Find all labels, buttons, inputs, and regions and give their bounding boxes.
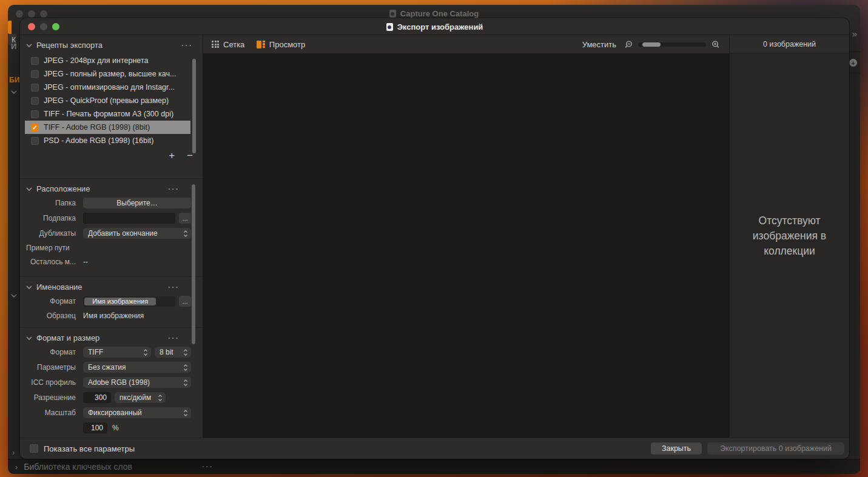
empty-collection-message: Отсутствуют изображения в коллекции	[738, 213, 842, 438]
zoom-out-icon[interactable]	[624, 40, 633, 49]
section-menu-icon[interactable]: ···	[168, 285, 180, 290]
show-all-params-checkbox[interactable]	[30, 444, 38, 453]
section-title: Формат и размер	[36, 333, 99, 342]
zoom-plus-badge-icon: +	[849, 59, 857, 67]
recipe-checkbox-checked[interactable]: ✓	[31, 124, 39, 132]
disclosure-chevron-icon[interactable]	[26, 44, 32, 47]
compression-value: Без сжатия	[88, 363, 126, 372]
bit-depth-select[interactable]: 8 bit	[155, 347, 191, 358]
recipe-row[interactable]: JPEG - полный размер, высшее кач...	[25, 67, 190, 81]
catalog-document-icon	[389, 10, 396, 18]
recipe-row[interactable]: JPEG - QuickProof (превью размер)	[25, 94, 190, 107]
naming-token[interactable]: Имя изображения	[84, 298, 156, 305]
icc-label: ICC профиль	[26, 378, 76, 387]
resolution-label: Разрешение	[26, 393, 76, 402]
resolution-input[interactable]: 300	[83, 392, 111, 403]
desktop: Capture One Catalog И БИ К › » + › Библи…	[0, 0, 868, 477]
settings-scrollbar[interactable]	[192, 184, 195, 344]
recipe-checkbox[interactable]	[31, 57, 39, 65]
chevron-right-icon[interactable]: ›	[15, 462, 18, 472]
disclosure-chevron-icon[interactable]	[26, 187, 32, 191]
space-left-label: Осталось м...	[26, 258, 76, 266]
recipe-row[interactable]: PSD - Adobe RGB (1998) (16bit)	[25, 134, 190, 147]
section-menu-icon[interactable]: ···	[181, 43, 193, 48]
sample-path-label: Пример пути	[26, 244, 70, 252]
chevron-down-icon	[11, 294, 17, 298]
fit-button[interactable]: Уместить	[582, 40, 616, 49]
duplicates-select[interactable]: Добавить окончание	[83, 228, 191, 239]
keyword-library-bar: › Библиотека ключевых слов ···	[8, 459, 860, 474]
recipe-row[interactable]: JPEG - 2048px для интернета	[25, 54, 190, 67]
section-menu-icon[interactable]: ···	[168, 187, 180, 192]
scale-value: Фиксированный	[88, 409, 142, 417]
resolution-unit-select[interactable]: пкс/дюйм	[115, 392, 166, 403]
show-all-params-label: Показать все параметры	[44, 444, 135, 453]
recipe-row[interactable]: JPEG - оптимизировано для Instagr...	[25, 81, 190, 94]
icc-profile-select[interactable]: Adobe RGB (1998)	[83, 377, 191, 388]
keyword-library-label: Библиотека ключевых слов	[24, 462, 132, 472]
divider	[849, 52, 860, 52]
compression-select[interactable]: Без сжатия	[83, 362, 191, 373]
scale-label: Масштаб	[26, 409, 76, 417]
grid-view-label: Сетка	[223, 40, 244, 49]
recipe-checkbox[interactable]	[31, 110, 39, 118]
disclosure-chevron-icon[interactable]	[26, 285, 32, 289]
zoom-in-icon[interactable]	[711, 40, 721, 49]
icc-profile-value: Adobe RGB (1998)	[88, 378, 150, 387]
keyword-library-menu-icon[interactable]: ···	[202, 462, 214, 471]
duplicates-label: Дубликаты	[26, 229, 76, 238]
dialog-title: Экспорт изображений	[20, 22, 849, 32]
percent-label: %	[112, 424, 119, 432]
stepper-icon	[183, 229, 188, 238]
recipe-checkbox[interactable]	[31, 137, 39, 145]
grid-view-button[interactable]: Сетка	[212, 40, 244, 49]
zoom-slider[interactable]	[638, 42, 706, 47]
section-location: Расположение ··· Папка Выберите… Подпапк…	[20, 179, 203, 277]
section-menu-icon[interactable]: ···	[168, 336, 180, 341]
recipe-label: TIFF - Печать форматом A3 (300 dpi)	[44, 110, 173, 118]
add-recipe-button[interactable]: +	[169, 151, 175, 161]
collapse-panel-icon[interactable]: »	[852, 28, 856, 39]
close-dialog-button[interactable]: Закрыть	[651, 442, 702, 455]
section-title: Именование	[36, 282, 82, 292]
export-document-icon	[386, 23, 393, 31]
recipe-label: JPEG - QuickProof (превью размер)	[44, 96, 169, 105]
recipe-list-scrollbar[interactable]	[192, 59, 196, 153]
stepper-icon	[183, 348, 188, 357]
recipe-checkbox[interactable]	[31, 70, 39, 78]
collection-body: Отсутствуют изображения в коллекции	[730, 53, 849, 438]
recipe-label: TIFF - Adobe RGB (1998) (8bit)	[44, 123, 150, 132]
recipe-label: JPEG - 2048px для интернета	[44, 56, 148, 65]
choose-folder-button[interactable]: Выберите…	[83, 198, 191, 208]
section-title: Расположение	[36, 184, 90, 193]
section-naming: Именование ··· Формат Имя изображения ..…	[20, 277, 203, 328]
subfolder-label: Подпапка	[26, 214, 76, 222]
dialog-title-text: Экспорт изображений	[397, 22, 483, 32]
subfolder-input[interactable]	[83, 213, 175, 224]
recipe-row[interactable]: TIFF - Печать форматом A3 (300 dpi)	[25, 107, 190, 121]
scale-select[interactable]: Фиксированный	[83, 407, 191, 418]
preview-view-button[interactable]: Просмотр	[257, 40, 305, 49]
zoom-slider-handle[interactable]	[642, 42, 661, 47]
recipe-checkbox[interactable]	[31, 97, 39, 105]
divider	[849, 73, 860, 73]
export-button-disabled[interactable]: Экспортировать 0 изображений	[707, 442, 844, 455]
scale-percent-input[interactable]: 100	[83, 422, 107, 433]
section-title: Рецепты экспорта	[36, 41, 103, 50]
recipe-checkbox[interactable]	[31, 84, 39, 92]
stepper-icon	[143, 348, 148, 357]
naming-format-field[interactable]: Имя изображения	[83, 296, 175, 307]
format-label: Формат	[26, 348, 76, 356]
naming-token-button[interactable]: ...	[179, 296, 191, 307]
dialog-footer: Показать все параметры Закрыть Экспортир…	[20, 438, 849, 459]
subfolder-token-button[interactable]: ...	[179, 213, 191, 224]
format-select[interactable]: TIFF	[83, 347, 151, 358]
recipe-row-selected[interactable]: ✓ TIFF - Adobe RGB (1998) (8bit)	[25, 121, 190, 134]
image-count: 0 изображений	[730, 35, 849, 53]
recipe-label: JPEG - оптимизировано для Instagr...	[44, 83, 175, 92]
params-label: Параметры	[26, 363, 76, 372]
dialog-titlebar: Экспорт изображений	[20, 18, 849, 35]
disclosure-chevron-icon[interactable]	[26, 336, 32, 340]
section-export-recipes: Рецепты экспорта ··· JPEG - 2048px для и…	[20, 35, 203, 179]
preview-view-label: Просмотр	[269, 40, 305, 49]
